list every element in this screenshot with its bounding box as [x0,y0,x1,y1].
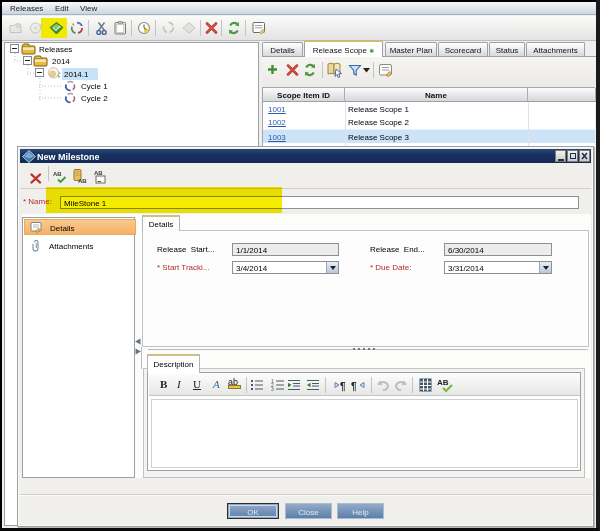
svg-text:AB: AB [94,170,103,176]
svg-text:¶: ¶ [351,381,357,392]
svg-text:¶: ¶ [340,381,346,392]
svg-text:AB: AB [78,178,87,184]
svg-text:3: 3 [271,386,274,391]
svg-text:AB: AB [437,378,449,387]
svg-text:AB: AB [53,171,62,177]
